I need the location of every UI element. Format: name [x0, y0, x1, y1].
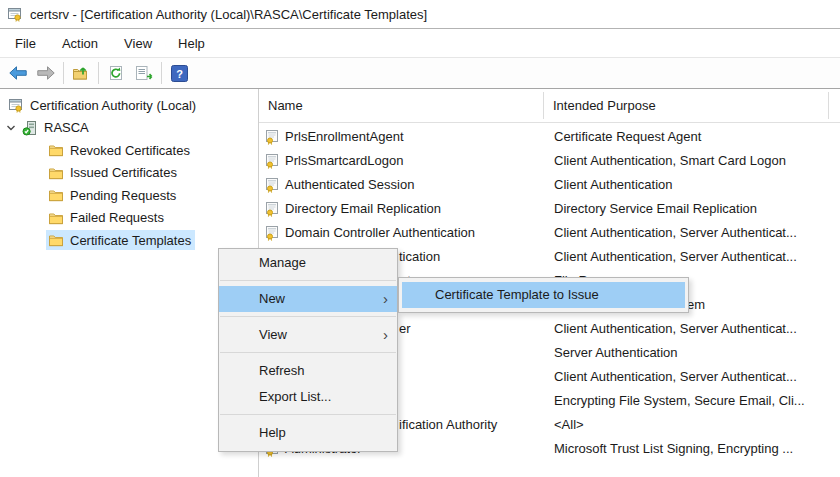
tree-item-failed-requests[interactable]: Failed Requests	[0, 207, 258, 230]
table-row[interactable]: Authenticated SessionClient Authenticati…	[259, 173, 840, 197]
help-icon: ?	[171, 65, 188, 82]
export-list-button[interactable]	[130, 61, 158, 86]
table-row-name: PrlsEnrollmentAgent	[285, 129, 404, 145]
refresh-icon	[108, 65, 124, 81]
tree-item-certification-authority-local[interactable]: Certification Authority (Local)	[0, 94, 258, 117]
folder-icon	[48, 187, 64, 203]
context-menu-item-refresh[interactable]: Refresh	[219, 358, 397, 384]
export-list-icon	[135, 65, 154, 81]
toolbar-separator	[98, 62, 99, 84]
title-bar[interactable]: certsrv - [Certification Authority (Loca…	[0, 0, 840, 29]
column-header-intended-purpose[interactable]: Intended Purpose	[544, 89, 828, 122]
context-menu-item-help[interactable]: Help	[219, 420, 397, 446]
tree-item-label: Revoked Certificates	[70, 143, 190, 158]
folder-icon	[48, 142, 64, 158]
tree-item-label: Issued Certificates	[70, 165, 177, 180]
certificate-template-icon	[264, 153, 280, 169]
tree-item-content: Pending Requests	[46, 185, 180, 205]
certificate-template-icon	[264, 129, 280, 145]
certsrv-icon	[7, 6, 23, 22]
back-arrow-icon	[8, 65, 28, 81]
table-row-purpose: <All>	[554, 417, 584, 433]
menu-separator	[220, 280, 396, 281]
toolbar-separator	[63, 62, 64, 84]
column-header-name[interactable]: Name	[259, 89, 543, 122]
tree-item-issued-certificates[interactable]: Issued Certificates	[0, 162, 258, 185]
table-row[interactable]: Domain Controller AuthenticationClient A…	[259, 221, 840, 245]
back-button[interactable]	[4, 61, 32, 86]
folder-icon	[48, 232, 64, 248]
table-row-purpose: Client Authentication, Server Authentica…	[554, 369, 797, 385]
submenu-arrow-icon: ›	[383, 286, 388, 312]
context-submenu: Certificate Template to Issue	[398, 277, 689, 313]
up-one-level-button[interactable]	[67, 61, 95, 86]
table-row-purpose: Certificate Request Agent	[554, 129, 701, 145]
certification-authority-icon	[8, 97, 24, 113]
table-row-purpose: Client Authentication, Server Authentica…	[554, 249, 797, 265]
forward-button[interactable]	[32, 61, 60, 86]
certsrv-window: certsrv - [Certification Authority (Loca…	[0, 0, 840, 477]
context-menu-item-label: View	[259, 327, 287, 342]
menu-file[interactable]: File	[2, 31, 49, 56]
table-row-purpose-fragment: em	[687, 297, 705, 313]
submenu-item-certificate-template-to-issue[interactable]: Certificate Template to Issue	[402, 282, 685, 308]
menu-separator	[220, 316, 396, 317]
forward-arrow-icon	[36, 65, 56, 81]
chevron-down-icon[interactable]	[4, 122, 18, 134]
table-row-name: Domain Controller Authentication	[285, 225, 475, 241]
tree-item-label: Pending Requests	[70, 188, 176, 203]
context-menu-item-label: Manage	[259, 255, 306, 270]
tree-item-content: Revoked Certificates	[46, 140, 194, 160]
folder-icon	[48, 165, 64, 181]
table-row-purpose: Client Authentication, Server Authentica…	[554, 225, 797, 241]
window-title: certsrv - [Certification Authority (Loca…	[30, 7, 427, 22]
table-row-purpose: Server Authentication	[554, 345, 678, 361]
toolbar-separator	[161, 62, 162, 84]
table-row-purpose: Client Authentication, Smart Card Logon	[554, 153, 786, 169]
tree-item-label: Certification Authority (Local)	[30, 98, 196, 113]
refresh-button[interactable]	[102, 61, 130, 86]
certificate-template-icon	[264, 201, 280, 217]
context-menu-item-label: Help	[259, 425, 286, 440]
table-row[interactable]: Directory Email ReplicationDirectory Ser…	[259, 197, 840, 221]
table-row-purpose: Client Authentication	[554, 177, 673, 193]
menu-separator	[220, 352, 396, 353]
tree-item-label: RASCA	[44, 120, 89, 135]
context-menu-item-manage[interactable]: Manage	[219, 250, 397, 276]
table-row[interactable]: PrlsSmartcardLogonClient Authentication,…	[259, 149, 840, 173]
table-row[interactable]: PrlsEnrollmentAgentCertificate Request A…	[259, 125, 840, 149]
menu-bar: FileActionViewHelp	[0, 29, 840, 58]
tree-item-content: Issued Certificates	[46, 163, 181, 183]
submenu-arrow-icon: ›	[383, 322, 388, 348]
menu-action[interactable]: Action	[49, 31, 111, 56]
context-menu-item-label: Refresh	[259, 363, 305, 378]
table-row-name-fragment: er	[399, 321, 411, 337]
table-row-purpose: Directory Service Email Replication	[554, 201, 757, 217]
context-menu-item-new[interactable]: New›	[219, 286, 397, 312]
context-menu-item-export-list[interactable]: Export List...	[219, 384, 397, 410]
context-menu: ManageNew›View›RefreshExport List...Help	[218, 248, 398, 452]
context-menu-item-view[interactable]: View›	[219, 322, 397, 348]
menu-help[interactable]: Help	[165, 31, 218, 56]
table-row-name-fragment: ification Authority	[399, 417, 497, 433]
tree-item-revoked-certificates[interactable]: Revoked Certificates	[0, 139, 258, 162]
table-row-name-fragment: tication	[399, 249, 440, 265]
table-row-name: Authenticated Session	[285, 177, 414, 193]
menu-view[interactable]: View	[111, 31, 165, 56]
tree-item-rasca[interactable]: RASCA	[0, 117, 258, 140]
column-divider[interactable]	[828, 92, 829, 119]
svg-text:?: ?	[176, 67, 183, 79]
table-row-purpose: Microsoft Trust List Signing, Encrypting…	[554, 441, 793, 457]
context-menu-item-label: New	[259, 291, 285, 306]
menu-separator	[220, 414, 396, 415]
help-button[interactable]: ?	[165, 61, 193, 86]
toolbar: ?	[0, 58, 840, 89]
certificate-template-icon	[264, 225, 280, 241]
tree-selection-highlight: Certificate Templates	[46, 230, 195, 250]
table-row-name: Directory Email Replication	[285, 201, 441, 217]
tree-item-label: Failed Requests	[70, 210, 164, 225]
tree-item-pending-requests[interactable]: Pending Requests	[0, 184, 258, 207]
folder-up-icon	[72, 65, 90, 81]
tree-item-content: Failed Requests	[46, 208, 168, 228]
tree-item-label: Certificate Templates	[70, 233, 191, 248]
